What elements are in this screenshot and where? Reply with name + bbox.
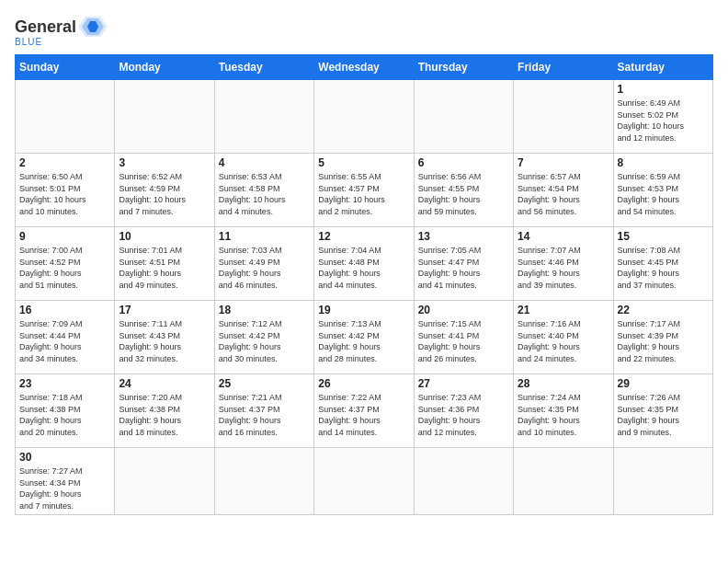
calendar-cell: 10Sunrise: 7:01 AM Sunset: 4:51 PM Dayli…	[115, 227, 214, 301]
day-number: 23	[19, 377, 110, 390]
day-number: 21	[518, 304, 609, 316]
day-info: Sunrise: 7:22 AM Sunset: 4:37 PM Dayligh…	[318, 392, 409, 438]
day-number: 24	[119, 377, 210, 390]
day-number: 9	[19, 230, 110, 243]
day-number: 13	[418, 230, 509, 243]
logo-tagline: BLUE	[15, 37, 42, 47]
calendar-cell: 21Sunrise: 7:16 AM Sunset: 4:40 PM Dayli…	[514, 301, 613, 374]
calendar-cell: 22Sunrise: 7:17 AM Sunset: 4:39 PM Dayli…	[613, 301, 712, 374]
weekday-row: SundayMondayTuesdayWednesdayThursdayFrid…	[16, 55, 713, 80]
day-info: Sunrise: 7:26 AM Sunset: 4:35 PM Dayligh…	[618, 392, 709, 438]
calendar-cell: 29Sunrise: 7:26 AM Sunset: 4:35 PM Dayli…	[613, 374, 712, 448]
calendar-header: SundayMondayTuesdayWednesdayThursdayFrid…	[16, 55, 713, 80]
page-header: General BLUE	[15, 15, 713, 47]
day-info: Sunrise: 7:05 AM Sunset: 4:47 PM Dayligh…	[418, 245, 509, 291]
calendar-cell: 5Sunrise: 6:55 AM Sunset: 4:57 PM Daylig…	[314, 154, 414, 227]
calendar-cell: 13Sunrise: 7:05 AM Sunset: 4:47 PM Dayli…	[414, 227, 513, 301]
calendar-cell	[514, 80, 613, 154]
day-info: Sunrise: 7:09 AM Sunset: 4:44 PM Dayligh…	[19, 318, 110, 364]
calendar-cell	[414, 448, 513, 515]
day-number: 4	[219, 156, 310, 169]
logo-icon	[78, 15, 108, 39]
calendar-cell: 11Sunrise: 7:03 AM Sunset: 4:49 PM Dayli…	[214, 227, 313, 301]
calendar-cell: 20Sunrise: 7:15 AM Sunset: 4:41 PM Dayli…	[414, 301, 513, 374]
calendar-cell	[214, 448, 313, 515]
day-info: Sunrise: 6:56 AM Sunset: 4:55 PM Dayligh…	[418, 171, 509, 217]
calendar-cell: 7Sunrise: 6:57 AM Sunset: 4:54 PM Daylig…	[514, 154, 613, 227]
day-info: Sunrise: 7:00 AM Sunset: 4:52 PM Dayligh…	[19, 245, 110, 291]
day-number: 3	[119, 156, 210, 169]
calendar-cell	[115, 80, 214, 154]
calendar-cell: 17Sunrise: 7:11 AM Sunset: 4:43 PM Dayli…	[115, 301, 214, 374]
day-info: Sunrise: 6:53 AM Sunset: 4:58 PM Dayligh…	[219, 171, 310, 217]
calendar-cell: 9Sunrise: 7:00 AM Sunset: 4:52 PM Daylig…	[16, 227, 115, 301]
day-info: Sunrise: 7:20 AM Sunset: 4:38 PM Dayligh…	[119, 392, 210, 438]
day-info: Sunrise: 7:13 AM Sunset: 4:42 PM Dayligh…	[318, 318, 409, 364]
day-info: Sunrise: 7:27 AM Sunset: 4:34 PM Dayligh…	[19, 465, 110, 511]
day-number: 17	[119, 304, 210, 316]
calendar-cell: 1Sunrise: 6:49 AM Sunset: 5:02 PM Daylig…	[613, 80, 712, 154]
calendar-week-4: 16Sunrise: 7:09 AM Sunset: 4:44 PM Dayli…	[16, 301, 713, 374]
day-number: 19	[318, 304, 409, 316]
calendar-body: 1Sunrise: 6:49 AM Sunset: 5:02 PM Daylig…	[16, 80, 713, 515]
day-info: Sunrise: 7:12 AM Sunset: 4:42 PM Dayligh…	[219, 318, 310, 364]
calendar-cell: 15Sunrise: 7:08 AM Sunset: 4:45 PM Dayli…	[613, 227, 712, 301]
calendar-cell: 30Sunrise: 7:27 AM Sunset: 4:34 PM Dayli…	[16, 448, 115, 515]
day-number: 16	[19, 304, 110, 316]
day-number: 30	[19, 451, 110, 464]
day-number: 26	[318, 377, 409, 390]
calendar-cell	[314, 80, 414, 154]
calendar-cell: 3Sunrise: 6:52 AM Sunset: 4:59 PM Daylig…	[115, 154, 214, 227]
day-info: Sunrise: 6:59 AM Sunset: 4:53 PM Dayligh…	[618, 171, 709, 217]
day-info: Sunrise: 7:24 AM Sunset: 4:35 PM Dayligh…	[518, 392, 609, 438]
weekday-header-thursday: Thursday	[414, 55, 513, 80]
day-info: Sunrise: 6:49 AM Sunset: 5:02 PM Dayligh…	[618, 98, 709, 144]
calendar-cell	[214, 80, 313, 154]
calendar-cell	[613, 448, 712, 515]
day-number: 12	[318, 230, 409, 243]
calendar-week-2: 2Sunrise: 6:50 AM Sunset: 5:01 PM Daylig…	[16, 154, 713, 227]
day-info: Sunrise: 7:03 AM Sunset: 4:49 PM Dayligh…	[219, 245, 310, 291]
calendar-cell: 28Sunrise: 7:24 AM Sunset: 4:35 PM Dayli…	[514, 374, 613, 448]
calendar-week-3: 9Sunrise: 7:00 AM Sunset: 4:52 PM Daylig…	[16, 227, 713, 301]
day-number: 29	[618, 377, 709, 390]
logo: General BLUE	[15, 15, 108, 47]
day-number: 18	[219, 304, 310, 316]
day-info: Sunrise: 7:21 AM Sunset: 4:37 PM Dayligh…	[219, 392, 310, 438]
calendar-cell	[514, 448, 613, 515]
logo-text: General	[15, 18, 76, 35]
day-number: 8	[618, 156, 709, 169]
day-info: Sunrise: 6:55 AM Sunset: 4:57 PM Dayligh…	[318, 171, 409, 217]
calendar-cell	[314, 448, 414, 515]
day-number: 28	[518, 377, 609, 390]
day-number: 15	[618, 230, 709, 243]
calendar-cell: 19Sunrise: 7:13 AM Sunset: 4:42 PM Dayli…	[314, 301, 414, 374]
day-info: Sunrise: 6:50 AM Sunset: 5:01 PM Dayligh…	[19, 171, 110, 217]
calendar-cell: 24Sunrise: 7:20 AM Sunset: 4:38 PM Dayli…	[115, 374, 214, 448]
day-number: 20	[418, 304, 509, 316]
day-number: 11	[219, 230, 310, 243]
day-number: 10	[119, 230, 210, 243]
day-number: 2	[19, 156, 110, 169]
calendar-cell: 18Sunrise: 7:12 AM Sunset: 4:42 PM Dayli…	[214, 301, 313, 374]
day-number: 25	[219, 377, 310, 390]
calendar-cell	[115, 448, 214, 515]
day-info: Sunrise: 7:23 AM Sunset: 4:36 PM Dayligh…	[418, 392, 509, 438]
day-info: Sunrise: 7:07 AM Sunset: 4:46 PM Dayligh…	[518, 245, 609, 291]
day-info: Sunrise: 7:18 AM Sunset: 4:38 PM Dayligh…	[19, 392, 110, 438]
day-info: Sunrise: 6:52 AM Sunset: 4:59 PM Dayligh…	[119, 171, 210, 217]
calendar-week-6: 30Sunrise: 7:27 AM Sunset: 4:34 PM Dayli…	[16, 448, 713, 515]
weekday-header-friday: Friday	[514, 55, 613, 80]
day-info: Sunrise: 6:57 AM Sunset: 4:54 PM Dayligh…	[518, 171, 609, 217]
day-info: Sunrise: 7:11 AM Sunset: 4:43 PM Dayligh…	[119, 318, 210, 364]
day-number: 27	[418, 377, 509, 390]
day-number: 1	[618, 83, 709, 96]
calendar-cell: 2Sunrise: 6:50 AM Sunset: 5:01 PM Daylig…	[16, 154, 115, 227]
day-number: 7	[518, 156, 609, 169]
calendar-week-1: 1Sunrise: 6:49 AM Sunset: 5:02 PM Daylig…	[16, 80, 713, 154]
calendar-cell: 14Sunrise: 7:07 AM Sunset: 4:46 PM Dayli…	[514, 227, 613, 301]
day-info: Sunrise: 7:01 AM Sunset: 4:51 PM Dayligh…	[119, 245, 210, 291]
weekday-header-wednesday: Wednesday	[314, 55, 414, 80]
calendar-cell: 8Sunrise: 6:59 AM Sunset: 4:53 PM Daylig…	[613, 154, 712, 227]
day-number: 14	[518, 230, 609, 243]
